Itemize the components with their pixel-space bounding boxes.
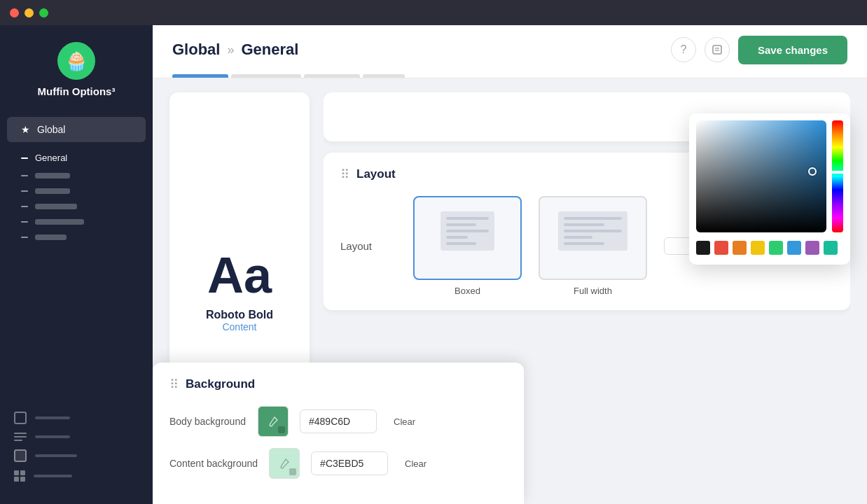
- fw-line-3: [564, 230, 623, 232]
- notes-button[interactable]: [705, 37, 730, 62]
- gradient-cursor: [808, 167, 817, 176]
- layout-line-1: [446, 217, 490, 220]
- layout-option-boxed[interactable]: Boxed: [413, 196, 522, 296]
- swatch-orange[interactable]: [733, 241, 747, 255]
- sidebar-icon-module[interactable]: [14, 449, 139, 462]
- body-bg-label: Body background: [169, 416, 247, 427]
- layout-thumb-fullwidth: [539, 196, 647, 280]
- content-bg-color-btn[interactable]: [269, 448, 300, 479]
- sub-dash-icon-3: [21, 190, 28, 192]
- sidebar-item-2[interactable]: [0, 168, 153, 183]
- tab-4[interactable]: [363, 74, 405, 78]
- font-type: Content: [222, 321, 256, 332]
- layout-option-fullwidth[interactable]: Full width: [539, 196, 647, 296]
- breadcrumb-sub: General: [241, 41, 298, 59]
- mac-titlebar: [0, 0, 867, 25]
- help-button[interactable]: ?: [671, 37, 696, 62]
- grid-icon: [14, 470, 25, 482]
- tab-1[interactable]: [172, 74, 228, 78]
- sidebar-title: Muffin Options³: [38, 85, 116, 97]
- font-preview: Aa: [207, 250, 272, 300]
- module-icon: [14, 449, 27, 462]
- layout-line-3: [446, 230, 490, 232]
- body-bg-color-btn[interactable]: [258, 406, 289, 437]
- body-bg-clear-button[interactable]: Clear: [388, 414, 421, 430]
- bg-title: Background: [186, 377, 255, 391]
- save-button[interactable]: Save changes: [738, 36, 847, 64]
- picker-inner: [696, 120, 843, 232]
- sub-line-3: [35, 188, 70, 194]
- tab-2[interactable]: [231, 74, 301, 78]
- layout-label: Layout: [340, 240, 396, 252]
- body-bg-row: Body background Clear: [169, 406, 507, 437]
- sub-dash-icon-4: [21, 206, 28, 207]
- sub-line-5: [35, 219, 84, 225]
- body-bg-hex-input[interactable]: [300, 410, 377, 433]
- color-gradient-area[interactable]: [696, 120, 826, 232]
- swatch-blue[interactable]: [787, 241, 801, 255]
- sidebar-logo: 🧁 Muffin Options³: [0, 42, 153, 97]
- minimize-dot[interactable]: [25, 8, 34, 18]
- content-bg-hex-input[interactable]: [311, 451, 388, 475]
- page-icon: [14, 412, 27, 424]
- breadcrumb: Global » General: [172, 41, 298, 59]
- maximize-dot[interactable]: [39, 8, 48, 18]
- swatch-red[interactable]: [714, 241, 728, 255]
- tab-row: [153, 74, 867, 78]
- sidebar-icon-list[interactable]: [14, 433, 139, 441]
- layout-line-5: [446, 242, 476, 245]
- color-swatches: [696, 238, 843, 258]
- tab-3[interactable]: [304, 74, 360, 78]
- content-bg-label: Content background: [169, 458, 258, 469]
- bg-panel-header: ⠿ Background: [169, 377, 507, 392]
- sidebar-item-global[interactable]: ★ Global: [7, 117, 146, 142]
- content-bg-clear-button[interactable]: Clear: [399, 456, 432, 472]
- sidebar-sub-items: General: [0, 145, 153, 248]
- color-picker-popup: [689, 113, 850, 265]
- swatch-teal[interactable]: [824, 241, 838, 255]
- list-icon: [14, 433, 27, 441]
- fullwidth-label: Full width: [574, 286, 612, 296]
- sidebar-item-5[interactable]: [0, 214, 153, 230]
- swatch-black[interactable]: [696, 241, 710, 255]
- sidebar-item-4[interactable]: [0, 199, 153, 214]
- hue-slider[interactable]: [832, 120, 843, 232]
- main-content: Global » General ? Save changes: [153, 25, 867, 504]
- swatch-yellow[interactable]: [751, 241, 765, 255]
- sub-dash-icon-2: [21, 175, 28, 176]
- sidebar-item-3[interactable]: [0, 183, 153, 199]
- fw-line-2: [564, 223, 605, 226]
- grid-dots-icon: ⠿: [340, 167, 349, 182]
- layout-line-4: [446, 236, 468, 239]
- content-area: Aa Roboto Bold Content ⠿ Layout Layout: [153, 78, 867, 504]
- font-name: Roboto Bold: [206, 309, 273, 321]
- sidebar-nav: ★ Global General: [0, 111, 153, 253]
- swatch-purple[interactable]: [805, 241, 819, 255]
- sidebar-global-label: Global: [37, 124, 65, 135]
- sidebar-icon-page[interactable]: [14, 412, 139, 424]
- sidebar-item-general[interactable]: General: [0, 148, 153, 168]
- layout-thumb-boxed: [413, 196, 522, 280]
- list-line-3: [14, 440, 22, 441]
- logo-icon: 🧁: [57, 42, 95, 80]
- notes-icon: [712, 44, 723, 55]
- icon-line-placeholder3: [35, 454, 77, 457]
- content-bg-row: Content background Clear: [169, 448, 507, 479]
- header-right: ? Save changes: [671, 36, 847, 64]
- background-section: ⠿ Background Body background Clear: [153, 363, 524, 504]
- bg-grid-icon: ⠿: [169, 377, 179, 392]
- sidebar-bottom-icons: [0, 400, 153, 493]
- sidebar-item-6[interactable]: [0, 230, 153, 245]
- swatch-green[interactable]: [769, 241, 783, 255]
- star-icon: ★: [21, 124, 30, 135]
- header: Global » General ? Save changes: [153, 25, 867, 78]
- close-dot[interactable]: [10, 8, 19, 18]
- sub-line-2: [35, 173, 70, 178]
- list-line-2: [14, 436, 27, 438]
- sidebar: 🧁 Muffin Options³ ★ Global General: [0, 25, 153, 504]
- svg-rect-0: [713, 46, 721, 54]
- sub-dash-icon: [21, 158, 28, 159]
- layout-line-2: [446, 223, 476, 226]
- list-line-1: [14, 433, 27, 434]
- sidebar-icon-grid[interactable]: [14, 470, 139, 482]
